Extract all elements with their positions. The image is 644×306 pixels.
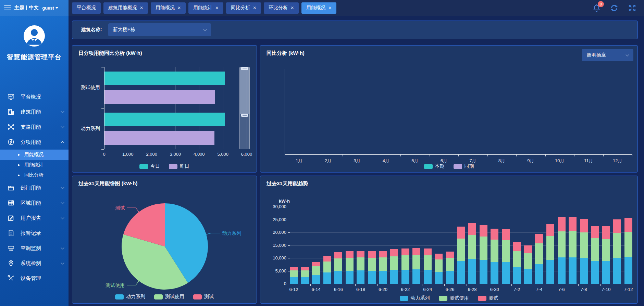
building-select[interactable]: 新大楼E栋 [108,23,211,36]
fullscreen-icon[interactable] [628,3,636,12]
slider-handle[interactable] [241,67,248,70]
bar-segment-测试使用 [569,231,577,257]
bar-segment-测试使用 [624,232,632,257]
bar-segment-测试 [401,248,409,256]
panel-title: 同比分析 (kW·h) [267,50,305,56]
bar-segment-测试使用 [535,243,543,264]
tab-用能概况[interactable]: 用能概况✕ [151,2,186,14]
theme-language-switcher[interactable]: 主题 | 中文 [14,5,39,11]
bullet-icon [18,175,20,176]
notification-bell-icon[interactable]: 0 [592,3,601,12]
tab-用能概况[interactable]: 用能概况✕ [301,2,336,14]
bar-segment-动力系列 [334,271,342,284]
legend-item-同期[interactable]: 同期 [454,163,474,169]
y-tick-label: 15,000 [261,243,286,248]
x-tick-label: 7-4 [529,287,549,292]
stacked-bar-6-14 [312,262,320,284]
bar-segment-测试使用 [290,270,298,277]
x-tick-label: 6-18 [350,287,371,292]
monitor-icon [7,93,15,101]
chevron-down-icon [61,201,64,204]
x-tick-label: 6-26 [439,287,460,292]
bar-segment-测试 [446,252,454,258]
legend-item-测试[interactable]: 测试 [478,295,498,301]
axis-tick [377,284,378,286]
bar-segment-测试使用 [424,255,432,269]
sidebar-subitem-用能统计[interactable]: 用能统计 [0,160,69,170]
x-tick-label: 6-30 [484,287,505,292]
sidebar-item-建筑用能[interactable]: 建筑用能 [0,104,69,119]
pie-label-line [206,233,220,234]
chevron-down-icon [61,261,64,264]
x-tick-label: 6-14 [306,287,326,292]
close-icon[interactable]: ✕ [177,5,181,10]
x-tick-label: 2,000 [141,152,162,157]
sidebar-item-设备管理[interactable]: 设备管理 [0,271,69,286]
building-name-label: 建筑名称: [81,27,102,33]
sidebar-menu: 平台概况建筑用能支路用能分项用能用能概况用能统计同比分析部门用能区域用能用户报告… [0,89,69,286]
bar-segment-测试使用 [334,258,342,271]
sidebar-item-分项用能[interactable]: 分项用能 [0,135,69,150]
sidebar-subitem-用能概况[interactable]: 用能概况 [0,150,69,160]
bar-segment-测试 [535,234,543,244]
tab-同比分析[interactable]: 同比分析✕ [226,2,261,14]
pie-svg: 动力系列测试使用测试 [72,176,257,304]
username: guest [42,5,54,11]
y-tick-label: 25,000 [261,217,286,222]
legend-item-测试[interactable]: 测试 [193,294,214,300]
sidebar-item-报警记录[interactable]: 报警记录 [0,226,69,241]
close-icon[interactable]: ✕ [140,5,143,10]
bar-segment-测试使用 [513,251,521,267]
slider-handle[interactable] [241,114,248,117]
user-menu[interactable]: guest [42,5,58,11]
sidebar-item-支路用能[interactable]: 支路用能 [0,119,69,135]
chart-legend: 今日昨日 [72,163,257,169]
sidebar-item-系统检测[interactable]: 系统检测 [0,256,69,271]
avatar [24,25,45,47]
sidebar-item-用户报告[interactable]: 用户报告 [0,211,69,226]
legend-item-测试使用[interactable]: 测试使用 [154,294,184,300]
pie-label-line [127,281,139,285]
legend-item-今日[interactable]: 今日 [139,163,160,169]
bar-segment-测试使用 [312,266,320,275]
close-icon[interactable]: ✕ [290,5,294,10]
legend-item-动力系列[interactable]: 动力系列 [400,295,430,301]
close-icon[interactable]: ✕ [328,5,332,10]
sidebar-item-平台概况[interactable]: 平台概况 [0,89,69,104]
category-select[interactable]: 照明插座 [582,49,633,61]
bar-segment-测试 [580,219,588,232]
x-tick-label: 6-22 [395,287,416,292]
sidebar-item-空调监测[interactable]: 空调监测 [0,241,69,256]
close-icon[interactable]: ✕ [253,5,256,10]
tab-环比分析[interactable]: 环比分析✕ [264,2,299,14]
chevron-down-icon [61,216,64,219]
x-tick-label: 1,000 [117,152,138,157]
legend-item-测试使用[interactable]: 测试使用 [439,295,469,301]
chart-legend: 动力系列测试使用测试 [260,295,637,301]
sidebar-item-区域用能[interactable]: 区域用能 [0,195,69,211]
tab-建筑用能概况[interactable]: 建筑用能概况✕ [103,2,148,14]
datazoom-slider[interactable] [239,67,250,149]
refresh-icon[interactable] [610,3,619,12]
legend-item-本期[interactable]: 本期 [424,163,445,169]
axis-tick [600,284,601,286]
tab-平台概况[interactable]: 平台概况 [72,2,101,14]
legend-item-动力系列[interactable]: 动力系列 [115,294,145,300]
legend-swatch [139,164,148,169]
daily-compare-chart: 01,0002,0003,0004,0005,0006,000测试使用动力系列今… [72,46,257,172]
stacked-bar-7-3 [524,245,532,284]
close-icon[interactable]: ✕ [215,5,219,10]
sidebar-item-部门用能[interactable]: 部门用能 [0,180,69,195]
bar-segment-动力系列 [323,272,331,284]
tab-用能统计[interactable]: 用能统计✕ [188,2,223,14]
bar-segment-测试使用 [435,259,443,271]
hamburger-menu-icon[interactable] [4,5,11,10]
x-axis-line [290,284,632,284]
stacked-bar-7-1 [502,229,510,284]
legend-item-昨日[interactable]: 昨日 [169,163,189,169]
sidebar-subitem-同比分析[interactable]: 同比分析 [0,170,69,180]
chevron-down-icon [626,53,629,56]
stacked-bar-7-12 [624,218,632,284]
bar-segment-动力系列 [491,262,498,284]
bar-昨日-动力系列 [104,131,214,145]
